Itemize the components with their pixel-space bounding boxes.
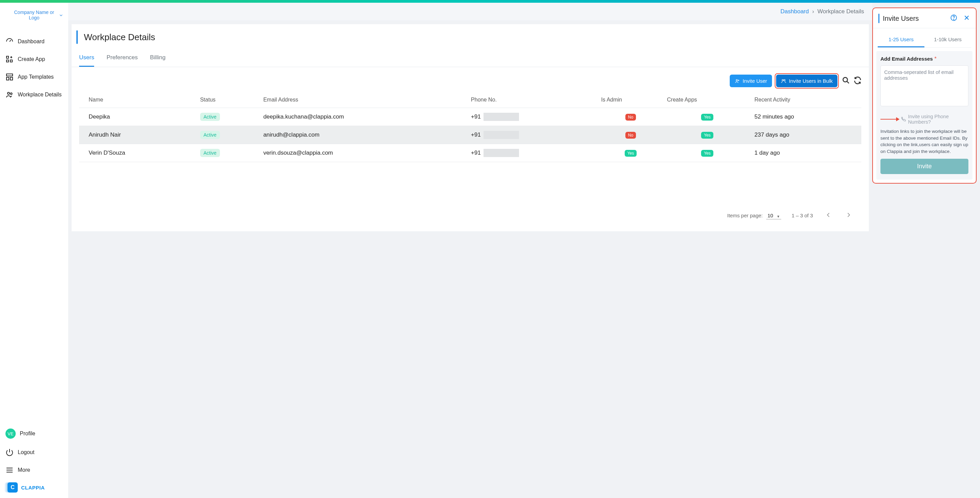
avatar: VE bbox=[5, 428, 16, 439]
email-field-label: Add Email Addresses bbox=[880, 56, 933, 62]
panel-tab-large[interactable]: 1-10k Users bbox=[924, 33, 971, 48]
cell-email: verin.dsouza@clappia.com bbox=[260, 144, 468, 162]
invite-users-bulk-button[interactable]: Invite Users in Bulk bbox=[776, 75, 837, 87]
nav-label: App Templates bbox=[18, 74, 54, 80]
col-recent: Recent Activity bbox=[751, 92, 861, 108]
sidebar-item-more[interactable]: More bbox=[0, 461, 68, 479]
nav-label: Create App bbox=[18, 56, 45, 62]
phone-code: +91 bbox=[471, 113, 481, 120]
nav-label: Workplace Details bbox=[18, 92, 62, 98]
brand: C CLAPPIA bbox=[0, 479, 68, 494]
chevron-right-icon: › bbox=[809, 8, 817, 15]
helper-text: Invitation links to join the workplace w… bbox=[880, 128, 969, 155]
button-label: Invite User bbox=[743, 78, 767, 84]
sidebar-item-app-templates[interactable]: App Templates bbox=[0, 68, 68, 86]
top-gradient-bar bbox=[0, 0, 980, 3]
cell-name: Deepika bbox=[79, 108, 197, 126]
company-label: Company Name or Logo bbox=[14, 10, 54, 21]
phone-code: +91 bbox=[471, 132, 481, 138]
cell-name: Anirudh Nair bbox=[79, 126, 197, 144]
tab-preferences[interactable]: Preferences bbox=[107, 49, 138, 67]
help-icon[interactable] bbox=[950, 14, 958, 23]
create-apps-badge: Yes bbox=[701, 132, 713, 139]
create-apps-badge: Yes bbox=[701, 150, 713, 157]
phone-redacted bbox=[484, 113, 519, 121]
arrow-annotation bbox=[880, 119, 899, 120]
close-icon[interactable] bbox=[963, 14, 970, 23]
svg-rect-7 bbox=[6, 77, 9, 80]
profile-label: Profile bbox=[20, 431, 35, 437]
svg-point-23 bbox=[953, 19, 954, 19]
cell-email: deepika.kuchana@clappia.com bbox=[260, 108, 468, 126]
required-asterisk: * bbox=[934, 56, 936, 62]
table-row[interactable]: Verin D'Souza Active verin.dsouza@clappi… bbox=[79, 144, 861, 162]
svg-rect-6 bbox=[6, 74, 13, 76]
svg-point-20 bbox=[843, 77, 847, 82]
breadcrumb-current: Workplace Details bbox=[817, 8, 864, 15]
next-page-button[interactable] bbox=[843, 210, 854, 221]
svg-rect-1 bbox=[6, 56, 8, 58]
svg-rect-2 bbox=[6, 60, 8, 62]
table-row[interactable]: Anirudh Nair Active anirudh@clappia.com … bbox=[79, 126, 861, 144]
panel-body: Add Email Addresses * Invite using Phone… bbox=[877, 51, 972, 179]
sidebar-bottom: VE Profile Logout More C CLAPPIA bbox=[0, 424, 68, 494]
page-range: 1 – 3 of 3 bbox=[791, 213, 813, 218]
power-icon bbox=[5, 448, 14, 457]
items-per-page-select[interactable]: 10 bbox=[766, 212, 781, 219]
panel-tabs: 1-25 Users 1-10k Users bbox=[878, 33, 971, 48]
prev-page-button[interactable] bbox=[823, 210, 834, 221]
sidebar-item-create-app[interactable]: Create App bbox=[0, 51, 68, 68]
phone-icon bbox=[901, 116, 906, 122]
breadcrumb-root[interactable]: Dashboard bbox=[781, 8, 809, 15]
col-name: Name bbox=[79, 92, 197, 108]
cell-email: anirudh@clappia.com bbox=[260, 126, 468, 144]
page-title: Workplace Details bbox=[84, 32, 155, 43]
cell-recent: 52 minutes ago bbox=[751, 108, 861, 126]
tab-users[interactable]: Users bbox=[79, 49, 94, 67]
tab-billing[interactable]: Billing bbox=[150, 49, 165, 67]
svg-point-10 bbox=[11, 93, 12, 95]
page-tabs: Users Preferences Billing bbox=[72, 49, 869, 67]
button-label: Invite Users in Bulk bbox=[789, 78, 833, 84]
phone-link-text: Invite using Phone Numbers? bbox=[908, 114, 969, 125]
panel-title: Invite Users bbox=[883, 15, 919, 22]
create-apps-badge: Yes bbox=[701, 114, 713, 121]
status-badge: Active bbox=[200, 149, 220, 157]
sidebar-item-dashboard[interactable]: Dashboard bbox=[0, 33, 68, 51]
invite-by-phone-link[interactable]: Invite using Phone Numbers? bbox=[901, 114, 969, 125]
bulk-highlight-annotation: Invite Users in Bulk bbox=[775, 73, 839, 89]
sidebar-item-workplace-details[interactable]: Workplace Details bbox=[0, 86, 68, 103]
status-badge: Active bbox=[200, 131, 220, 139]
cell-name: Verin D'Souza bbox=[79, 144, 197, 162]
col-email: Email Address bbox=[260, 92, 468, 108]
invite-submit-button[interactable]: Invite bbox=[880, 159, 969, 174]
admin-badge: No bbox=[625, 114, 636, 121]
gauge-icon bbox=[5, 38, 14, 46]
svg-rect-3 bbox=[10, 60, 12, 62]
invite-user-button[interactable]: Invite User bbox=[730, 75, 772, 87]
sidebar-item-logout[interactable]: Logout bbox=[0, 444, 68, 461]
company-selector[interactable]: Company Name or Logo bbox=[0, 6, 68, 27]
col-admin: Is Admin bbox=[598, 92, 663, 108]
svg-point-18 bbox=[782, 79, 783, 81]
items-per-page-label: Items per page: bbox=[727, 213, 763, 218]
svg-line-0 bbox=[10, 40, 11, 41]
chevron-down-icon bbox=[59, 13, 64, 19]
title-accent bbox=[76, 30, 78, 44]
panel-tab-small[interactable]: 1-25 Users bbox=[878, 33, 924, 48]
main: Dashboard › Workplace Details Workplace … bbox=[68, 3, 872, 498]
cell-recent: 1 day ago bbox=[751, 144, 861, 162]
col-phone: Phone No. bbox=[468, 92, 598, 108]
sidebar: Company Name or Logo Dashboard Create Ap… bbox=[0, 3, 68, 498]
table-row[interactable]: Deepika Active deepika.kuchana@clappia.c… bbox=[79, 108, 861, 126]
email-addresses-input[interactable] bbox=[880, 65, 969, 106]
refresh-icon[interactable] bbox=[853, 76, 862, 86]
sidebar-item-profile[interactable]: VE Profile bbox=[0, 424, 68, 444]
menu-icon bbox=[5, 466, 14, 474]
more-label: More bbox=[18, 467, 30, 473]
table-header-row: Name Status Email Address Phone No. Is A… bbox=[79, 92, 861, 108]
toolbar: Invite User Invite Users in Bulk bbox=[72, 67, 869, 92]
svg-rect-8 bbox=[10, 77, 13, 80]
phone-redacted bbox=[484, 131, 519, 139]
search-icon[interactable] bbox=[842, 76, 850, 86]
